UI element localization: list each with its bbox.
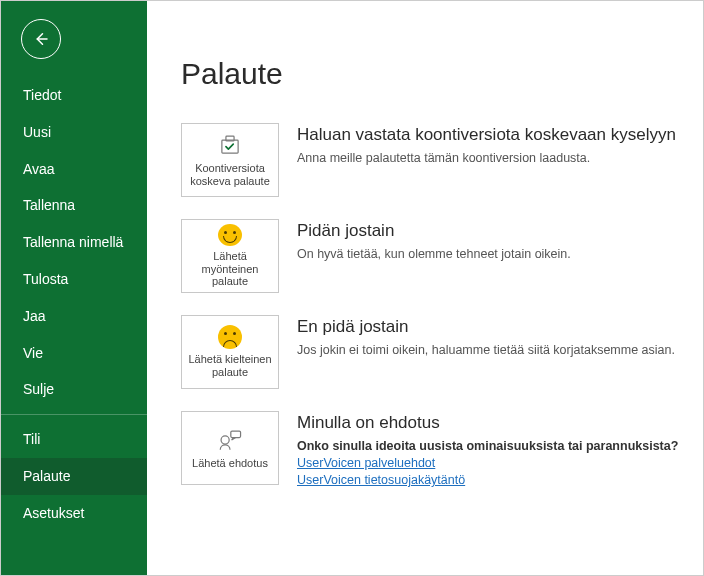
- nav-vie[interactable]: Vie: [1, 335, 147, 372]
- nav-uusi[interactable]: Uusi: [1, 114, 147, 151]
- svg-point-3: [221, 436, 229, 444]
- tile-label: Lähetä myönteinen palaute: [186, 250, 274, 288]
- feedback-option-like: Lähetä myönteinen palaute Pidän jostain …: [181, 219, 703, 293]
- suggestion-icon: [217, 427, 243, 453]
- backstage-sidebar: Tiedot Uusi Avaa Tallenna Tallenna nimel…: [1, 1, 147, 575]
- uservoice-privacy-link[interactable]: UserVoicen tietosuojakäytäntö: [297, 473, 678, 487]
- option-desc: Anna meille palautetta tämän koontiversi…: [297, 151, 676, 165]
- feedback-option-dislike: Lähetä kielteinen palaute En pidä jostai…: [181, 315, 703, 389]
- page-title: Palaute: [181, 57, 703, 91]
- tile-build-feedback[interactable]: Koontiversiota koskeva palaute: [181, 123, 279, 197]
- tile-label: Koontiversiota koskeva palaute: [186, 162, 274, 187]
- feedback-option-suggestion: Lähetä ehdotus Minulla on ehdotus Onko s…: [181, 411, 703, 487]
- nav-tiedot[interactable]: Tiedot: [1, 77, 147, 114]
- option-text: Haluan vastata koontiversiota koskevaan …: [297, 123, 676, 165]
- nav-tulosta[interactable]: Tulosta: [1, 261, 147, 298]
- nav-tili[interactable]: Tili: [1, 421, 147, 458]
- tile-label: Lähetä ehdotus: [192, 457, 268, 470]
- option-text: En pidä jostain Jos jokin ei toimi oikei…: [297, 315, 675, 357]
- option-text: Minulla on ehdotus Onko sinulla ideoita …: [297, 411, 678, 487]
- nav-tallenna-nimella[interactable]: Tallenna nimellä: [1, 224, 147, 261]
- option-desc: Onko sinulla ideoita uusista ominaisuuks…: [297, 439, 678, 453]
- tile-send-suggestion[interactable]: Lähetä ehdotus: [181, 411, 279, 485]
- option-desc: Jos jokin ei toimi oikein, haluamme tiet…: [297, 343, 675, 357]
- option-title: Pidän jostain: [297, 221, 571, 241]
- feedback-option-build: Koontiversiota koskeva palaute Haluan va…: [181, 123, 703, 197]
- nav-asetukset[interactable]: Asetukset: [1, 495, 147, 532]
- uservoice-terms-link[interactable]: UserVoicen palveluehdot: [297, 456, 678, 470]
- nav-list: Tiedot Uusi Avaa Tallenna Tallenna nimel…: [1, 77, 147, 532]
- back-arrow-icon: [32, 30, 50, 48]
- nav-separator: [1, 414, 147, 415]
- nav-jaa[interactable]: Jaa: [1, 298, 147, 335]
- content-area: Palaute Koontiversiota koskeva palaute H…: [147, 1, 703, 575]
- option-title: Haluan vastata koontiversiota koskevaan …: [297, 125, 676, 145]
- tile-send-frown[interactable]: Lähetä kielteinen palaute: [181, 315, 279, 389]
- frown-icon: [218, 325, 242, 349]
- tile-send-smile[interactable]: Lähetä myönteinen palaute: [181, 219, 279, 293]
- nav-sulje[interactable]: Sulje: [1, 371, 147, 408]
- back-button[interactable]: [21, 19, 61, 59]
- svg-rect-4: [231, 431, 241, 438]
- nav-tallenna[interactable]: Tallenna: [1, 187, 147, 224]
- option-text: Pidän jostain On hyvä tietää, kun olemme…: [297, 219, 571, 261]
- nav-avaa[interactable]: Avaa: [1, 151, 147, 188]
- app-frame: Tiedot Uusi Avaa Tallenna Tallenna nimel…: [1, 1, 703, 575]
- tile-label: Lähetä kielteinen palaute: [186, 353, 274, 378]
- option-title: En pidä jostain: [297, 317, 675, 337]
- nav-palaute[interactable]: Palaute: [1, 458, 147, 495]
- smile-icon: [218, 224, 242, 246]
- survey-icon: [217, 132, 243, 158]
- option-title: Minulla on ehdotus: [297, 413, 678, 433]
- option-desc: On hyvä tietää, kun olemme tehneet jotai…: [297, 247, 571, 261]
